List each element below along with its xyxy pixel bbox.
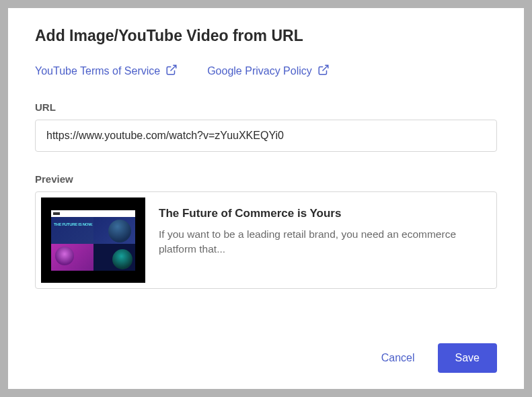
- policy-links-row: YouTube Terms of Service Google Privacy …: [35, 64, 497, 79]
- svg-line-1: [322, 65, 328, 71]
- cancel-button[interactable]: Cancel: [377, 345, 419, 371]
- thumb-overlay-text: THE FUTURE IS NOW.: [54, 222, 93, 227]
- preview-title: The Future of Commerce is Yours: [159, 207, 484, 220]
- svg-line-0: [171, 65, 176, 71]
- preview-description: If you want to be a leading retail brand…: [159, 227, 484, 257]
- youtube-tos-link[interactable]: YouTube Terms of Service: [35, 64, 178, 79]
- google-privacy-label: Google Privacy Policy: [207, 65, 312, 77]
- preview-label: Preview: [35, 173, 497, 185]
- google-privacy-link[interactable]: Google Privacy Policy: [207, 64, 330, 79]
- external-link-icon: [165, 64, 178, 79]
- preview-text: The Future of Commerce is Yours If you w…: [159, 197, 491, 257]
- save-button[interactable]: Save: [438, 343, 497, 373]
- preview-card: THE FUTURE IS NOW. The Future of Commerc…: [35, 191, 497, 289]
- add-media-dialog: Add Image/YouTube Video from URL YouTube…: [8, 8, 524, 389]
- url-input[interactable]: [35, 120, 497, 152]
- dialog-title: Add Image/YouTube Video from URL: [35, 27, 497, 45]
- url-label: URL: [35, 101, 497, 113]
- external-link-icon: [317, 64, 330, 79]
- youtube-tos-label: YouTube Terms of Service: [35, 65, 160, 77]
- video-thumbnail: THE FUTURE IS NOW.: [41, 197, 145, 283]
- dialog-footer: Cancel Save: [377, 343, 497, 373]
